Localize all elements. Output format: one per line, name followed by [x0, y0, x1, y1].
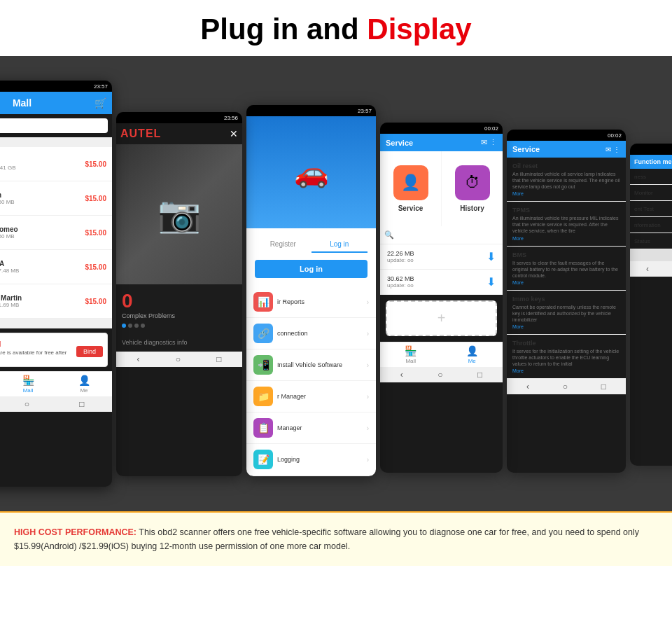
- function-item-3[interactable]: ent Test ℹ: [630, 201, 672, 217]
- function-back-bar: ‹ ○ □: [630, 261, 672, 277]
- mall-item-aston[interactable]: ASTON MARTIN Aston Martin V1.00 11.69 MB…: [0, 284, 112, 319]
- vci-title: VCI not bound: [0, 340, 76, 348]
- acura-name: ACURA: [0, 260, 80, 268]
- service-square[interactable]: □: [601, 382, 606, 391]
- scanner-close[interactable]: ✕: [230, 128, 238, 139]
- login-button[interactable]: Log in: [255, 260, 368, 278]
- mall-search-bar[interactable]: 🔍 Search: [0, 118, 108, 133]
- menu-install[interactable]: 📲 Install Vehicle Software ›: [246, 349, 376, 381]
- menu-rmanager-row: 📁 r Manager: [253, 387, 306, 406]
- tpms-more[interactable]: More: [512, 236, 620, 241]
- section-b-label: B: [0, 319, 112, 328]
- service-back-bar: ‹ ○ □: [507, 379, 626, 394]
- menu-rmanager[interactable]: 📁 r Manager ›: [246, 381, 376, 412]
- mall-item-acura[interactable]: ACURA ACURA V1.00 87.48 MB $15.00: [0, 250, 112, 284]
- acura-price: $15.00: [85, 263, 106, 271]
- status-bar-5: 00:02: [507, 130, 626, 141]
- scanner-info: Vehicle diagnostics info: [116, 333, 242, 352]
- menu-manager[interactable]: 📋 Manager ›: [246, 412, 376, 444]
- mall-item-audi[interactable]: AUDI AUDI V1.00 1.41 GB $15.00: [0, 147, 112, 181]
- mall-item-alfa[interactable]: ALFA ROMEO Alfa Romeo V1.00 160 MB $15.0…: [0, 216, 112, 250]
- banner-text: HIGH COST PERFORMANCE: This obd2 scanner…: [14, 525, 658, 553]
- menu-search[interactable]: 🔍: [380, 226, 503, 244]
- function-header: Function menu ✏ 📋: [630, 155, 672, 169]
- logging-icon: 📝: [253, 450, 273, 469]
- title-highlight: Display: [367, 13, 471, 46]
- scanner-back[interactable]: ‹: [137, 354, 140, 364]
- mall-item-abarth[interactable]: ABARTH Abarth V1.00 160 MB $15.00: [0, 181, 112, 216]
- grid-home[interactable]: ○: [438, 370, 442, 380]
- grid-nav-mall[interactable]: 🏪 Mall: [380, 345, 442, 364]
- service-tpms[interactable]: TPMS An illuminated vehicle tire pressur…: [507, 202, 626, 246]
- section-a-label: A: [0, 137, 112, 147]
- grid-nav-me[interactable]: 👤 Me: [442, 345, 503, 364]
- nav-mall[interactable]: 🏪 Mall: [0, 375, 56, 394]
- service-grid-item[interactable]: 👤 Service: [380, 151, 441, 226]
- status-bar-4: 00:02: [380, 123, 503, 134]
- chevron-manager: ›: [367, 424, 369, 432]
- status-time-4: 00:02: [484, 125, 498, 132]
- rmanager-icon: 📁: [253, 387, 273, 406]
- service-throttle[interactable]: Throttle It serves for the initializatio…: [507, 335, 626, 379]
- status-bar-2: 23:56: [116, 112, 242, 123]
- service-immo[interactable]: Immo keys Cannot be operated normally un…: [507, 291, 626, 335]
- add-button[interactable]: +: [386, 300, 497, 336]
- tpms-desc: An illuminated vehicle tire pressure MIL…: [512, 215, 620, 234]
- install-icon: 📲: [253, 355, 273, 375]
- banner-highlight: HIGH COST PERFORMANCE:: [14, 527, 136, 537]
- back-nav-bar: ‹ ○ □: [0, 396, 112, 412]
- nav-me[interactable]: 👤 Me: [56, 375, 112, 394]
- page-header: Plug in and Display: [0, 0, 672, 56]
- immo-more[interactable]: More: [512, 324, 620, 329]
- scanner-home[interactable]: ○: [176, 354, 181, 364]
- service-home[interactable]: ○: [563, 382, 568, 391]
- function-item-4[interactable]: nformation ℹ: [630, 217, 672, 233]
- history-grid-item[interactable]: ⏱ History: [442, 151, 503, 226]
- grid-me-icon: 👤: [466, 345, 478, 356]
- grid-square[interactable]: □: [477, 370, 482, 380]
- menu-reports[interactable]: 📊 ir Reports ›: [246, 286, 376, 318]
- oil-reset-more[interactable]: More: [512, 191, 620, 196]
- function-item-2[interactable]: Monitor ℹ: [630, 185, 672, 201]
- square-btn[interactable]: □: [79, 399, 84, 409]
- service-back[interactable]: ‹: [526, 382, 529, 391]
- cart-icon[interactable]: 🛒: [94, 97, 106, 109]
- download-items: 22.26 MB update: oo ⬇ 30.62 MB update: o…: [380, 244, 503, 295]
- home-circle[interactable]: ○: [24, 399, 29, 409]
- bms-more[interactable]: More: [512, 280, 620, 285]
- tab-login[interactable]: Log in: [312, 237, 368, 253]
- oil-reset-desc: An illuminated vehicle oil service lamp …: [512, 171, 620, 190]
- tab-register[interactable]: Register: [255, 237, 312, 253]
- throttle-title: Throttle: [512, 340, 620, 347]
- menu-install-row: 📲 Install Vehicle Software: [253, 355, 342, 375]
- menu-settings[interactable]: ⚙️ ngs ›: [246, 476, 376, 476]
- service-grid-icon: 👤: [393, 165, 428, 200]
- abarth-version: V1.00 160 MB: [0, 199, 80, 205]
- download-icon-1[interactable]: ⬇: [486, 250, 496, 263]
- immo-title: Immo keys: [512, 296, 620, 303]
- function-item-1[interactable]: ness ℹ: [630, 169, 672, 185]
- throttle-more[interactable]: More: [512, 368, 620, 373]
- status-bar-6: 00:02: [630, 144, 672, 155]
- menu-connection[interactable]: 🔗 connection ›: [246, 318, 376, 349]
- phone-mall: 23:57 Mall 🛒 🔍 Search A AUDI AUDI V1.00 …: [0, 81, 112, 487]
- menu-logging[interactable]: 📝 Logging ›: [246, 444, 376, 476]
- service-bms[interactable]: BMS It serves to clear the fault message…: [507, 247, 626, 291]
- immo-desc: Cannot be operated normally unless the r…: [512, 304, 620, 323]
- bind-button[interactable]: Bind: [76, 346, 103, 357]
- scanner-square[interactable]: □: [216, 354, 221, 364]
- status-time-5: 00:02: [608, 132, 622, 139]
- dot-4: [141, 324, 145, 328]
- service-oilreset[interactable]: Oil reset An illuminated vehicle oil ser…: [507, 158, 626, 202]
- function-item-5[interactable]: Status ℹ: [630, 233, 672, 249]
- grid-mall-label: Mall: [405, 358, 416, 364]
- menu-logging-row: 📝 Logging: [253, 450, 300, 469]
- aston-info: Aston Martin V1.00 11.69 MB: [0, 294, 80, 308]
- grid-back[interactable]: ‹: [400, 370, 403, 380]
- function-back[interactable]: ‹: [646, 264, 649, 274]
- dl-size-1: 22.26 MB: [387, 250, 414, 257]
- download-icon-2[interactable]: ⬇: [486, 275, 496, 289]
- phone-scanner: 23:56 AUTEL ✕ 📷 0 Complex Problems Vehic…: [116, 112, 242, 476]
- service-header-title: Service: [512, 145, 540, 153]
- reports-icon: 📊: [253, 292, 273, 312]
